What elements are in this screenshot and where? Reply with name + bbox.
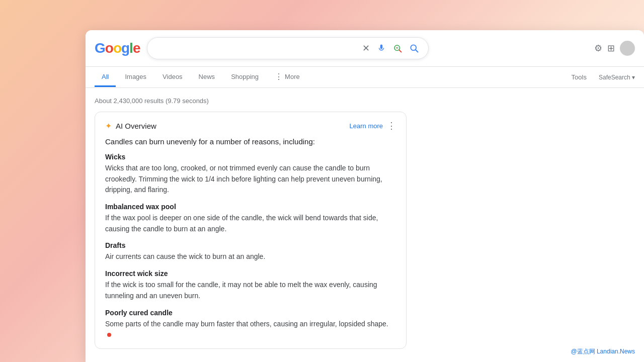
browser-window: Google why does my candle burn unevenly … xyxy=(86,30,644,362)
content: About 2,430,000 results (9.79 seconds) ✦… xyxy=(86,88,644,362)
nav-item-news[interactable]: News xyxy=(192,68,222,87)
ai-section-title-wicks: Wicks xyxy=(105,153,396,161)
safe-search-label[interactable]: SafeSearch ▾ xyxy=(599,74,635,81)
search-button[interactable] xyxy=(408,42,420,54)
header-right: ⚙ ⊞ xyxy=(594,41,635,56)
ai-section-body-drafts: Air currents can cause the wick to burn … xyxy=(105,251,396,262)
lens-button[interactable] xyxy=(392,43,403,54)
header: Google why does my candle burn unevenly … xyxy=(86,30,644,67)
tools-button[interactable]: Tools xyxy=(566,69,593,85)
ai-star-icon: ✦ xyxy=(105,121,112,131)
footer-watermark: @蓝点网 Landian.News xyxy=(571,347,635,356)
nav-item-more[interactable]: ⋮ More xyxy=(268,67,307,88)
ai-section-title-wick-size: Incorrect wick size xyxy=(105,269,396,278)
ai-header-right: Learn more ⋮ xyxy=(350,120,396,131)
voice-search-button[interactable] xyxy=(376,43,387,54)
learn-more-link[interactable]: Learn more xyxy=(350,122,383,130)
search-icons: ✕ xyxy=(361,42,420,55)
ai-intro: Candles can burn unevenly for a number o… xyxy=(105,137,396,146)
ai-overview-box: ✦ AI Overview Learn more ⋮ Candles can b… xyxy=(95,112,407,349)
google-logo: Google xyxy=(95,40,140,56)
ai-section-title-cured: Poorly cured candle xyxy=(105,309,396,317)
search-input[interactable]: why does my candle burn unevenly xyxy=(155,44,356,53)
clear-button[interactable]: ✕ xyxy=(361,42,371,55)
search-bar: why does my candle burn unevenly ✕ xyxy=(147,37,429,59)
google-apps-icon[interactable]: ⊞ xyxy=(607,43,615,54)
results-count: About 2,430,000 results (9.79 seconds) xyxy=(95,93,635,112)
watermark-link[interactable]: @蓝点网 Landian.News xyxy=(571,348,635,355)
ai-section-body-wicks: Wicks that are too long, crooked, or not… xyxy=(105,163,396,196)
nav-item-videos[interactable]: Videos xyxy=(155,68,190,87)
nav-bar: All Images Videos News Shopping ⋮ More T… xyxy=(86,67,644,88)
avatar[interactable] xyxy=(620,41,635,56)
nav-item-all[interactable]: All xyxy=(95,68,116,87)
ai-overview-header: ✦ AI Overview Learn more ⋮ xyxy=(105,120,396,131)
svg-line-1 xyxy=(399,50,401,52)
ai-section-title-wax: Imbalanced wax pool xyxy=(105,203,396,211)
nav-item-shopping[interactable]: Shopping xyxy=(224,68,266,87)
ai-overview-title: ✦ AI Overview xyxy=(105,121,156,131)
more-dots-icon: ⋮ xyxy=(275,72,283,81)
svg-line-5 xyxy=(416,50,418,52)
settings-icon[interactable]: ⚙ xyxy=(594,43,602,54)
ai-section-body-wick-size: If the wick is too small for the candle,… xyxy=(105,280,396,301)
ai-section-body-wax: If the wax pool is deeper on one side of… xyxy=(105,213,396,234)
ai-options-icon[interactable]: ⋮ xyxy=(387,120,396,131)
ai-overview-label: AI Overview xyxy=(116,122,156,130)
red-dot-icon xyxy=(107,333,111,337)
ai-section-body-cured: Some parts of the candle may burn faster… xyxy=(105,319,396,340)
nav-item-images[interactable]: Images xyxy=(118,68,153,87)
ai-section-title-drafts: Drafts xyxy=(105,241,396,249)
